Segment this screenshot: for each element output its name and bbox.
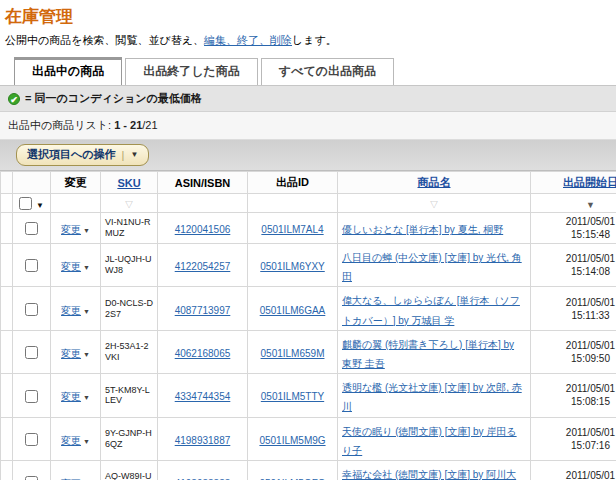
row-checkbox-cell (13, 213, 51, 244)
chevron-down-icon: ▼ (130, 150, 138, 159)
product-link[interactable]: 透明な檻 (光文社文庫) [文庫] by 次郎, 赤川 (342, 382, 522, 412)
start-date-cell: 2011/05/0115:07:16 (531, 417, 616, 460)
row-checkbox[interactable] (25, 346, 38, 359)
inventory-table: 変更 SKU ASIN/ISBN 出品ID 商品名 出品開始日 ▼ ▽ ▽ ▼ … (0, 171, 616, 480)
product-cell: 透明な檻 (光文社文庫) [文庫] by 次郎, 赤川 (338, 374, 531, 417)
chevron-down-icon[interactable]: ▼ (83, 351, 90, 358)
listing-id-link[interactable]: 0501ILM6GAA (260, 305, 326, 316)
product-cell: 幸福な会社 (徳間文庫) [文庫] by 阿川大樹 (338, 460, 531, 480)
row-change-cell: 変更▼ (51, 213, 101, 244)
start-date-sort-icon[interactable]: ▼ (586, 200, 595, 210)
listing-id-link[interactable]: 0501ILM7AL4 (261, 224, 323, 235)
listing-id-link[interactable]: 0501ILM659M (261, 348, 325, 359)
listing-id-link[interactable]: 0501ILM5M9G (259, 435, 325, 446)
product-link[interactable]: 天使の眠り (徳間文庫) [文庫] by 岸田るり子 (342, 426, 517, 456)
edge-filter-cell (1, 194, 13, 213)
asin-link[interactable]: 4198931887 (175, 435, 231, 446)
bulk-action-button[interactable]: 選択項目への操作 | ▼ (16, 144, 149, 166)
list-info-label: 出品中の商品リスト: (8, 119, 111, 131)
product-sort-link[interactable]: 商品名 (418, 176, 451, 188)
product-link[interactable]: 偉大なる、しゅららぼん [単行本（ソフトカバー）] by 万城目 学 (342, 295, 520, 325)
change-filter-cell (51, 194, 101, 213)
listing-id-cell: 0501ILM6YXY (248, 244, 338, 287)
list-info-bar: 出品中の商品リスト: 1 - 21/21 (0, 112, 616, 140)
row-checkbox-cell (13, 330, 51, 373)
asin-link[interactable]: 4120041506 (175, 224, 231, 235)
chevron-down-icon[interactable]: ▼ (83, 227, 90, 234)
asin-link[interactable]: 4334744354 (175, 391, 231, 402)
asin-link[interactable]: 4087713997 (175, 305, 231, 316)
sku-cell: VI-N1NU-RMUZ (101, 213, 158, 244)
row-checkbox-cell (13, 244, 51, 287)
product-cell: 優しいおとな [単行本] by 夏生, 桐野 (338, 213, 531, 244)
bulk-action-label: 選択項目への操作 (27, 147, 116, 162)
tab-active-listings[interactable]: 出品中の商品 (14, 57, 122, 85)
start-date: 2011/05/01 (535, 382, 616, 395)
asin-link[interactable]: 4062168065 (175, 348, 231, 359)
product-link[interactable]: 優しいおとな [単行本] by 夏生, 桐野 (342, 224, 503, 235)
product-link[interactable]: 八日目の蝉 (中公文庫) [文庫] by 光代, 角田 (342, 252, 522, 282)
start-date: 2011/05/01 (535, 426, 616, 439)
row-change-cell: 変更▼ (51, 460, 101, 480)
sku-sort-link[interactable]: SKU (117, 177, 140, 189)
asin-cell: 4198933383 (158, 460, 248, 480)
tab-all-listings[interactable]: すべての出品商品 (261, 58, 394, 85)
change-link[interactable]: 変更 (61, 261, 81, 272)
row-checkbox[interactable] (25, 222, 38, 235)
tab-ended-listings[interactable]: 出品終了した商品 (125, 58, 258, 85)
sku-sort-icon[interactable]: ▽ (125, 200, 134, 210)
tab-bar: 出品中の商品 出品終了した商品 すべての出品商品 (0, 57, 616, 85)
column-header-listing-id: 出品ID (248, 172, 338, 194)
column-header-start-date: 出品開始日 (531, 172, 616, 194)
list-range: 1 - 21 (114, 119, 142, 131)
change-link[interactable]: 変更 (61, 391, 81, 402)
chevron-down-icon[interactable]: ▼ (83, 264, 90, 271)
chevron-down-icon[interactable]: ▼ (83, 394, 90, 401)
change-link[interactable]: 変更 (61, 348, 81, 359)
row-edge-cell (1, 330, 13, 373)
product-link[interactable]: 幸福な会社 (徳間文庫) [文庫] by 阿川大樹 (342, 469, 516, 480)
select-all-dropdown-icon[interactable]: ▼ (36, 201, 44, 210)
product-sort-cell: ▽ (338, 194, 531, 213)
table-row: 変更▼ 5T-KM8Y-LLEV 4334744354 0501ILM5TTY … (1, 374, 616, 417)
chevron-down-icon[interactable]: ▼ (83, 308, 90, 315)
list-total: /21 (142, 119, 157, 131)
legend-text: = 同一のコンディションの最低価格 (25, 91, 202, 106)
start-date: 2011/05/01 (535, 339, 616, 352)
row-checkbox[interactable] (25, 390, 38, 403)
start-time: 15:11:33 (535, 309, 616, 322)
change-link[interactable]: 変更 (61, 305, 81, 316)
row-edge-cell (1, 213, 13, 244)
table-row: 変更▼ 2H-53A1-2VKI 4062168065 0501ILM659M … (1, 330, 616, 373)
asin-cell: 4198931887 (158, 417, 248, 460)
row-checkbox[interactable] (25, 303, 38, 316)
button-separator: | (122, 149, 125, 161)
start-date-sort-link[interactable]: 出品開始日 (563, 176, 616, 188)
product-cell: 天使の眠り (徳間文庫) [文庫] by 岸田るり子 (338, 417, 531, 460)
start-date-sort-cell: ▼ (531, 194, 616, 213)
start-date-cell: 2011/05/0115:11:33 (531, 287, 616, 330)
table-row: 変更▼ 9Y-GJNP-H6QZ 4198931887 0501ILM5M9G … (1, 417, 616, 460)
listing-id-link[interactable]: 0501ILM6YXY (260, 261, 325, 272)
row-edge-cell (1, 287, 13, 330)
chevron-down-icon[interactable]: ▼ (83, 438, 90, 445)
select-all-checkbox[interactable] (19, 197, 32, 210)
listing-id-link[interactable]: 0501ILM5TTY (261, 391, 324, 402)
start-date-cell: 2011/05/0115:15:48 (531, 213, 616, 244)
asin-cell: 4062168065 (158, 330, 248, 373)
sku-cell: D0-NCLS-D2S7 (101, 287, 158, 330)
asin-filter-cell (158, 194, 248, 213)
product-sort-icon[interactable]: ▽ (430, 200, 439, 210)
change-link[interactable]: 変更 (61, 224, 81, 235)
change-link[interactable]: 変更 (61, 435, 81, 446)
product-link[interactable]: 麒麟の翼 (特別書き下ろし) [単行本] by 東野 圭吾 (342, 339, 514, 369)
row-checkbox[interactable] (25, 433, 38, 446)
edit-end-delete-link[interactable]: 編集、終了、削除 (204, 34, 292, 46)
row-edge-cell (1, 460, 13, 480)
row-checkbox[interactable] (25, 259, 38, 272)
row-checkbox[interactable] (25, 476, 38, 480)
table-row: 変更▼ JL-UQJH-UWJ8 4122054257 0501ILM6YXY … (1, 244, 616, 287)
table-row: 変更▼ VI-N1NU-RMUZ 4120041506 0501ILM7AL4 … (1, 213, 616, 244)
row-change-cell: 変更▼ (51, 330, 101, 373)
asin-link[interactable]: 4122054257 (175, 261, 231, 272)
